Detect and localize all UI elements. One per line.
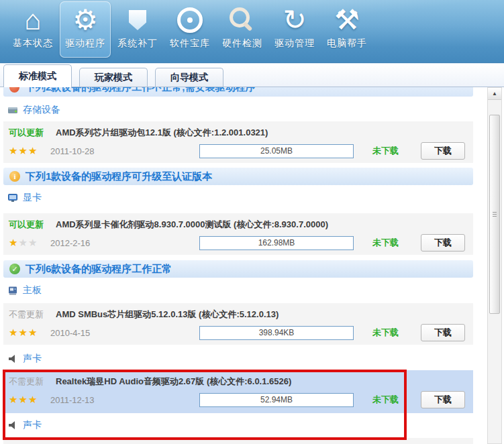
download-progress-bar: 25.05MB bbox=[199, 144, 354, 158]
driver-date: 2010-4-15 bbox=[50, 328, 112, 338]
download-progress-bar: 398.94KB bbox=[199, 326, 354, 340]
speaker-icon bbox=[7, 353, 18, 364]
mode-tabbar: 标准模式 玩家模式 向导模式 bbox=[0, 63, 504, 87]
toolbar-item-system-patches[interactable]: 系统补丁 bbox=[112, 1, 163, 58]
driver-title: AMD SMBus芯片组驱动5.12.0.13版 (核心文件:5.12.0.13… bbox=[56, 309, 279, 321]
update-status: 不需更新 bbox=[9, 376, 48, 388]
section-title: 下列1款设备的驱动程序可升级至认证版本 bbox=[26, 170, 212, 183]
category-label: 主板 bbox=[23, 284, 42, 296]
scrollbar-thumb[interactable] bbox=[489, 115, 500, 314]
magnifier-icon bbox=[235, 4, 250, 36]
category-sound-2: 声卡 bbox=[3, 416, 504, 435]
file-size: 52.94MB bbox=[260, 395, 293, 404]
toolbar-item-drivers[interactable]: ⚙ 驱动程序 bbox=[60, 1, 111, 58]
driver-row-amd-chipset[interactable]: 可以更新 AMD系列芯片组驱动包12.1版 (核心文件:1.2.001.0321… bbox=[3, 121, 473, 163]
star-rating: ★★★ bbox=[9, 394, 50, 406]
warning-icon bbox=[9, 87, 19, 93]
driver-title: Realtek瑞昱HD Audio音频驱动2.67版 (核心文件:6.0.1.6… bbox=[56, 376, 291, 388]
toolbar-item-pc-helper[interactable]: ⚒ 电脑帮手 bbox=[321, 1, 372, 58]
scroll-up-icon[interactable] bbox=[488, 88, 501, 100]
category-gpu: 显卡 bbox=[3, 188, 504, 207]
category-label: 显卡 bbox=[23, 192, 42, 204]
driver-row-realtek-hd-audio[interactable]: 不需更新 Realtek瑞昱HD Audio音频驱动2.67版 (核心文件:6.… bbox=[3, 370, 473, 413]
check-icon bbox=[9, 264, 20, 274]
speaker-icon bbox=[7, 420, 18, 431]
driver-title: AMD系列显卡催化剂驱动8.930.7.0000测试版 (核心文件:8.930.… bbox=[56, 219, 328, 231]
download-state: 未下载 bbox=[372, 394, 411, 406]
download-button[interactable]: 下载 bbox=[421, 234, 465, 252]
category-label: 声卡 bbox=[23, 419, 42, 431]
shield-icon bbox=[129, 4, 146, 36]
disc-icon bbox=[177, 4, 203, 36]
home-icon: ⌂ bbox=[24, 4, 41, 36]
driver-list: 下列2款设备的驱动程序工作不正常,需安装驱动程序 存储设备 可以更新 AMD系列… bbox=[0, 87, 504, 444]
driver-row-realtek-hdmi-clipped[interactable]: 不需更新 Realtek瑞昱HDMI驱动2.67版 (核心文件:6.0.1.65… bbox=[3, 438, 473, 444]
download-button[interactable]: 下载 bbox=[421, 391, 465, 408]
category-sound-1: 声卡 bbox=[3, 349, 504, 368]
vertical-scrollbar[interactable] bbox=[487, 87, 502, 444]
driver-date: 2012-2-16 bbox=[50, 238, 112, 248]
toolbar-label: 基本状态 bbox=[13, 38, 53, 50]
file-size: 162.98MB bbox=[258, 238, 295, 247]
section-header-upgradable: 下列1款设备的驱动程序可升级至认证版本 bbox=[3, 168, 473, 185]
tab-player-mode[interactable]: 玩家模式 bbox=[79, 68, 148, 87]
file-size: 25.05MB bbox=[260, 146, 293, 156]
download-state: 未下载 bbox=[372, 237, 411, 249]
section-title: 下列2款设备的驱动程序工作不正常,需安装驱动程序 bbox=[26, 87, 256, 94]
driver-date: 2011-10-28 bbox=[50, 146, 112, 156]
section-header-working-normal: 下列6款设备的驱动程序工作正常 bbox=[3, 260, 473, 278]
graphics-card-icon bbox=[7, 192, 18, 203]
download-progress-bar: 52.94MB bbox=[199, 393, 354, 407]
toolbar-item-hardware-detect[interactable]: 硬件检测 bbox=[217, 1, 268, 58]
star-rating: ★★★ bbox=[9, 327, 50, 339]
storage-device-icon bbox=[7, 105, 18, 115]
info-icon bbox=[9, 171, 20, 182]
toolbar-label: 驱动程序 bbox=[65, 38, 105, 50]
download-progress-bar: 162.98MB bbox=[199, 236, 354, 250]
tools-icon: ⚒ bbox=[334, 4, 360, 36]
download-button[interactable]: 下载 bbox=[421, 142, 465, 160]
gear-icon: ⚙ bbox=[72, 4, 98, 36]
driver-date: 2011-12-13 bbox=[50, 395, 112, 405]
file-size: 398.94KB bbox=[259, 328, 295, 337]
toolbar-item-basic-status[interactable]: ⌂ 基本状态 bbox=[7, 1, 58, 58]
star-rating: ★★★ bbox=[9, 237, 50, 249]
refresh-icon: ↻ bbox=[283, 4, 306, 36]
category-motherboard: 主板 bbox=[3, 281, 504, 300]
driver-row-amd-smbus[interactable]: 不需更新 AMD SMBus芯片组驱动5.12.0.13版 (核心文件:5.12… bbox=[3, 303, 473, 345]
download-state: 未下载 bbox=[372, 145, 411, 157]
driver-row-amd-catalyst[interactable]: 可以更新 AMD系列显卡催化剂驱动8.930.7.0000测试版 (核心文件:8… bbox=[3, 213, 473, 255]
main-toolbar: ⌂ 基本状态 ⚙ 驱动程序 系统补丁 软件宝库 硬件检测 ↻ 驱动管理 ⚒ 电脑… bbox=[0, 0, 504, 63]
category-label: 存储设备 bbox=[23, 104, 60, 116]
update-status: 不需更新 bbox=[9, 309, 48, 321]
update-status: 可以更新 bbox=[9, 127, 48, 139]
section-title: 下列6款设备的驱动程序工作正常 bbox=[26, 263, 172, 276]
toolbar-label: 软件宝库 bbox=[170, 38, 210, 50]
star-rating: ★★★ bbox=[9, 145, 50, 157]
toolbar-label: 电脑帮手 bbox=[327, 38, 367, 50]
driver-title: AMD系列芯片组驱动包12.1版 (核心文件:1.2.001.0321) bbox=[56, 127, 268, 139]
toolbar-label: 硬件检测 bbox=[222, 38, 262, 50]
toolbar-label: 驱动管理 bbox=[274, 38, 315, 50]
toolbar-item-driver-manage[interactable]: ↻ 驱动管理 bbox=[269, 1, 320, 58]
toolbar-item-software-library[interactable]: 软件宝库 bbox=[164, 1, 215, 58]
category-storage: 存储设备 bbox=[3, 101, 504, 119]
motherboard-icon bbox=[7, 285, 18, 296]
tab-standard-mode[interactable]: 标准模式 bbox=[3, 64, 72, 87]
section-header-not-working-clipped: 下列2款设备的驱动程序工作不正常,需安装驱动程序 bbox=[3, 87, 473, 97]
tab-wizard-mode[interactable]: 向导模式 bbox=[155, 68, 223, 87]
download-button[interactable]: 下载 bbox=[421, 324, 465, 341]
toolbar-label: 系统补丁 bbox=[117, 38, 158, 50]
download-state: 未下载 bbox=[372, 327, 411, 339]
category-label: 声卡 bbox=[23, 353, 42, 365]
update-status: 可以更新 bbox=[9, 219, 48, 231]
